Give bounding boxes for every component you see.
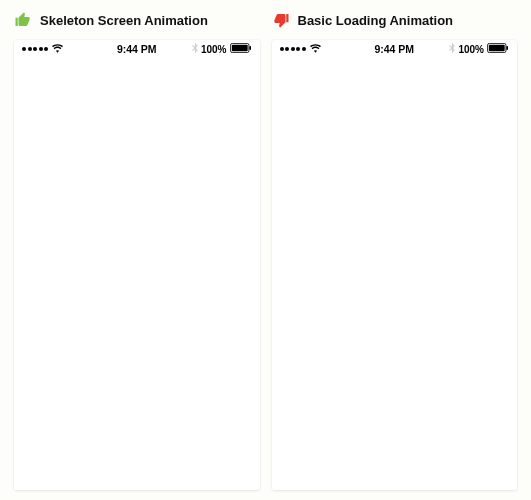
right-phone-body: [272, 58, 518, 490]
left-title: Skeleton Screen Animation: [40, 13, 208, 28]
wifi-icon: [52, 44, 63, 55]
status-time: 9:44 PM: [374, 43, 414, 55]
status-right: 100%: [192, 43, 252, 55]
wifi-icon: [310, 44, 321, 55]
right-header: Basic Loading Animation: [272, 10, 518, 30]
right-column: Basic Loading Animation 9:44 PM 1: [272, 10, 518, 490]
right-phone: 9:44 PM 100%: [272, 40, 518, 490]
status-left: [280, 44, 321, 55]
svg-rect-5: [506, 46, 508, 50]
left-column: Skeleton Screen Animation 9:44 PM: [14, 10, 260, 490]
status-right: 100%: [449, 43, 509, 55]
signal-icon: [280, 47, 306, 51]
thumbs-down-icon: [272, 11, 290, 29]
signal-icon: [22, 47, 48, 51]
left-header: Skeleton Screen Animation: [14, 10, 260, 30]
comparison-container: Skeleton Screen Animation 9:44 PM: [14, 10, 517, 490]
svg-rect-4: [489, 45, 505, 52]
battery-icon: [487, 43, 509, 55]
battery-percentage: 100%: [458, 44, 484, 55]
left-phone: 9:44 PM 100%: [14, 40, 260, 490]
battery-percentage: 100%: [201, 44, 227, 55]
bluetooth-icon: [192, 43, 198, 55]
left-status-bar: 9:44 PM 100%: [14, 40, 260, 58]
right-status-bar: 9:44 PM 100%: [272, 40, 518, 58]
status-time: 9:44 PM: [117, 43, 157, 55]
right-title: Basic Loading Animation: [298, 13, 454, 28]
battery-icon: [230, 43, 252, 55]
status-left: [22, 44, 63, 55]
thumbs-up-icon: [14, 11, 32, 29]
bluetooth-icon: [449, 43, 455, 55]
svg-rect-1: [231, 45, 247, 52]
left-phone-body: [14, 58, 260, 490]
svg-rect-2: [249, 46, 251, 50]
